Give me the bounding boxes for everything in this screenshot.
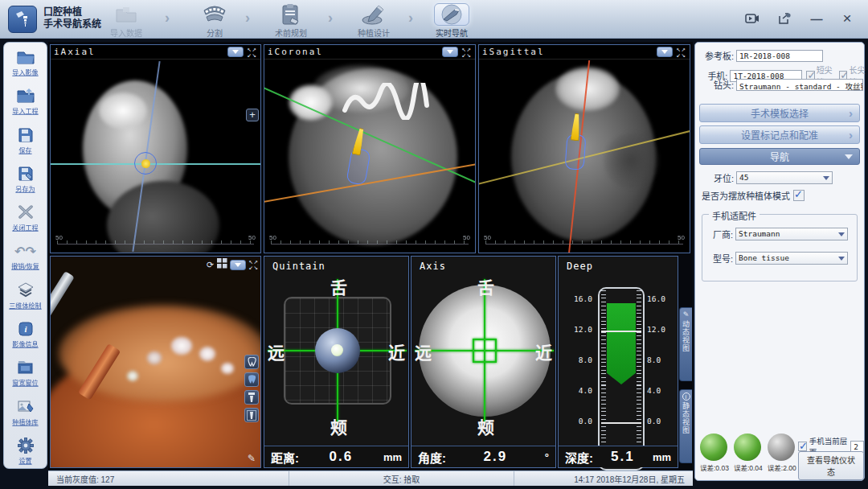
step-realtime-navigation[interactable]: 实时导航: [418, 3, 485, 39]
current-layer-checkbox[interactable]: [798, 442, 807, 451]
axial-scale-ruler: [57, 240, 254, 244]
undo-redo-icon: ↶↷: [4, 241, 47, 261]
vendor-label: 厂商:: [707, 228, 733, 240]
view-3d[interactable]: ✎ ⟳ ↖↗↙↘: [50, 256, 261, 468]
sidebar-item-import-image[interactable]: 导入影像: [4, 47, 47, 76]
show-tooth-button[interactable]: [244, 355, 259, 369]
expand-view-icon[interactable]: ↖↗↙↘: [676, 47, 686, 58]
save-as-icon: [4, 164, 47, 183]
deep-title: Deep: [559, 257, 678, 272]
implant-library-icon: [4, 397, 47, 417]
chevron-right-icon: ›: [849, 128, 853, 142]
tab-dynamic-view[interactable]: ✎ 动态视图: [679, 307, 692, 381]
chevron-right-icon: ›: [849, 106, 853, 120]
show-implant-button[interactable]: [244, 390, 259, 405]
axial-ct-image[interactable]: 50 50 +: [51, 60, 260, 253]
datetime-status: 14:17 2018年12月28日, 星期五: [514, 471, 693, 486]
top-toolbar: 口腔种植 手术导航系统 导入数据 › 分割 › 术前规划 › 种植设计 › 实时…: [0, 0, 868, 39]
view-sagittal[interactable]: iSagittal ↖↗↙↘ 50 50: [478, 44, 690, 253]
view-menu-button[interactable]: [442, 47, 458, 57]
gray-value-status: 当前灰度值: 127: [48, 471, 289, 486]
rotate-3d-icon[interactable]: ⟳: [207, 261, 215, 269]
sidebar-item-save[interactable]: 保存: [4, 125, 47, 154]
sidebar-item-undo-redo[interactable]: ↶↷ 撤销/恢复: [4, 241, 47, 270]
label-lingual: 舌: [477, 274, 494, 298]
step-preop-planning[interactable]: 术前规划: [257, 3, 325, 39]
show-crown-button[interactable]: [244, 372, 259, 387]
label-buccal: 颊: [330, 414, 347, 438]
view-menu-button[interactable]: [230, 260, 246, 270]
import-image-icon: [4, 47, 47, 67]
view-menu-button[interactable]: [657, 47, 673, 57]
vendor-select[interactable]: Straumann: [735, 228, 848, 240]
sagittal-ct-image[interactable]: 50 50: [479, 60, 690, 253]
view-coronal-header: iCoronal ↖↗↙↘: [264, 45, 475, 60]
export-button[interactable]: [775, 10, 794, 27]
show-implant-bone-button[interactable]: [244, 408, 259, 422]
panel-quintain: Quintain 舌 远 近 颊 距离: 0.6 mm: [264, 256, 409, 468]
minimize-button[interactable]: —: [807, 10, 826, 27]
settings-gear-icon: [4, 436, 47, 455]
interaction-status: 交互: 拾取: [289, 471, 514, 486]
step-segmentation[interactable]: 分割: [181, 3, 248, 39]
app-logo-icon: [8, 6, 37, 33]
sidebar-item-implant-library[interactable]: 种植体库: [4, 397, 47, 426]
view-axial[interactable]: iAxial ↖↗↙↘ 50 50 +: [50, 44, 261, 253]
volume-render-scene[interactable]: ✎: [51, 257, 260, 467]
close-button[interactable]: ×: [837, 10, 857, 27]
label-buccal: 颊: [477, 414, 494, 438]
record-video-button[interactable]: [743, 10, 762, 27]
navigation-section-header[interactable]: 导航: [699, 148, 860, 165]
angle-readout: 角度: 2.9 °: [411, 446, 555, 467]
sidebar-item-image-info[interactable]: i 影像信息: [4, 319, 47, 348]
error-indicator-2: 误差:0.04: [734, 434, 763, 472]
view-axial-header: iAxial ↖↗↙↘: [51, 45, 260, 60]
drill-input[interactable]: Straumann - standard - 攻丝钻 TE-BL - Φ3.: [736, 79, 863, 91]
volume-render-icon: [4, 281, 47, 300]
annotate-pencil-icon[interactable]: ✎: [248, 453, 256, 464]
chevron-icon: ›: [408, 10, 413, 27]
grid-layout-icon[interactable]: [217, 257, 227, 272]
reference-plate-label: 参考板:: [700, 49, 734, 62]
navigator-status-button[interactable]: 查看导航仪状态: [798, 451, 864, 480]
navigation-settings-panel: 参考板: 1R-2018-008 手机: 1T-2018-008 短尖端 长尖端…: [694, 42, 865, 481]
view-sagittal-title: iSagittal: [482, 47, 545, 57]
model-label: 型号:: [707, 252, 733, 265]
view-coronal[interactable]: iCoronal ↖↗↙↘ 50 50: [264, 44, 476, 253]
window-level-icon: [4, 358, 47, 377]
expand-view-icon[interactable]: ↖↗↙↘: [247, 47, 257, 58]
reference-plate-input[interactable]: 1R-2018-008: [736, 50, 823, 62]
panel-deep: Deep 16.0 12.0 8.0 4.0 0.0 -4.0 16.0 12.…: [558, 256, 678, 468]
sidebar-item-close-project[interactable]: 关闭工程: [4, 203, 47, 232]
model-select[interactable]: Bone tissue: [735, 252, 848, 265]
panel-axis: Axis 舌 远 近 颊 角度: 2.9 °: [411, 256, 556, 468]
view-menu-button[interactable]: [227, 47, 244, 57]
surgical-template-button[interactable]: 手术模板选择 ›: [699, 104, 860, 122]
depth-gauge: [598, 287, 645, 471]
sidebar-item-import-project[interactable]: 导入工程: [4, 86, 47, 115]
tooth-position-select[interactable]: 45: [736, 171, 833, 184]
label-distal: 远: [268, 339, 285, 364]
sidebar-item-settings[interactable]: 设置: [4, 436, 47, 465]
view-axial-title: iAxial: [54, 47, 96, 57]
step-implant-design[interactable]: 种植设计: [340, 3, 407, 39]
tab-static-view[interactable]: i 静态视图: [679, 389, 692, 463]
chevron-down-icon: [845, 154, 853, 159]
drill-label: 钻头:: [700, 78, 734, 91]
tooth-position-label: 牙位:: [700, 171, 734, 184]
markers-registration-button[interactable]: 设置标记点和配准 ›: [699, 125, 860, 144]
preop-planning-icon: [273, 3, 309, 26]
placement-mode-checkbox[interactable]: [793, 190, 805, 201]
sidebar-item-window-level[interactable]: 窗宽窗位: [4, 358, 47, 387]
expand-view-icon[interactable]: ↖↗↙↘: [461, 47, 472, 58]
coronal-ct-image[interactable]: 50 50: [264, 60, 475, 253]
label-mesial: 近: [535, 339, 552, 364]
sidebar-item-save-as[interactable]: 另存为: [4, 164, 47, 193]
sidebar-item-volume-render[interactable]: 三维体绘制: [4, 281, 47, 310]
expand-view-icon[interactable]: ↖↗↙↘: [248, 259, 259, 270]
step-import-data[interactable]: 导入数据: [92, 3, 160, 39]
viewport-grid: iAxial ↖↗↙↘ 50 50 + iCoronal ↖↗↙↘: [48, 42, 693, 470]
coronal-scale-ruler: [271, 240, 469, 244]
zoom-plus-button[interactable]: +: [246, 109, 259, 121]
close-project-icon: [4, 203, 47, 222]
